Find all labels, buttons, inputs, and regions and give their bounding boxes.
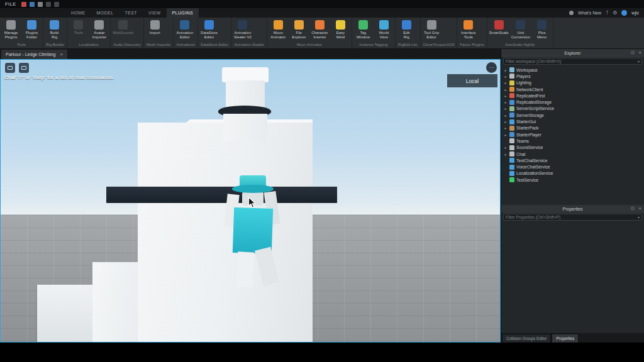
explorer-item-localizationservice[interactable]: LocalizationService xyxy=(501,170,644,177)
expand-arrow-icon[interactable]: ▸ xyxy=(504,87,508,92)
expand-arrow-icon[interactable]: ▸ xyxy=(504,80,508,85)
explorer-item-workspace[interactable]: ▸Workspace xyxy=(501,67,644,73)
ribbon-group-label: Mesh Importer xyxy=(144,42,174,48)
file-menu[interactable]: FILE xyxy=(3,1,18,7)
tab-properties[interactable]: Properties xyxy=(552,334,579,343)
animation-editor-button[interactable]: Animation Editor xyxy=(174,19,195,40)
explorer-filter-input[interactable]: Filter workspace (Ctrl+Shift+X) ▾ xyxy=(503,58,642,65)
play-icon[interactable] xyxy=(54,2,59,7)
plus-menu-button[interactable]: Plus Menu xyxy=(531,19,552,40)
build-rig-button[interactable]: Build Rig xyxy=(44,19,65,40)
gear-icon[interactable]: ⚙ xyxy=(613,11,617,16)
websounds-button[interactable]: WebSounds xyxy=(111,19,135,36)
redo-icon[interactable] xyxy=(46,2,51,7)
announcement-icon[interactable] xyxy=(569,11,574,15)
explorer-item-replicatedfirst[interactable]: ▸ReplicatedFirst xyxy=(501,92,644,99)
datastore-editor-button[interactable]: DataStore Editor xyxy=(199,19,219,40)
undo-icon[interactable] xyxy=(38,2,43,7)
expand-arrow-icon[interactable]: ▸ xyxy=(504,100,508,104)
explorer-item-startergui[interactable]: ▸StarterGui xyxy=(501,118,644,124)
file-explorer-icon xyxy=(294,20,304,30)
popout-icon[interactable]: ⊡ xyxy=(631,50,635,55)
expand-arrow-icon[interactable]: ▸ xyxy=(504,133,508,137)
expand-arrow-icon[interactable]: ▸ xyxy=(504,74,508,79)
smartscale-button[interactable]: SmartScale xyxy=(488,19,510,36)
explorer-item-replicatedstorage[interactable]: ▸ReplicatedStorage xyxy=(501,99,644,105)
item-label: SoundService xyxy=(516,145,543,150)
ribbon-group-rigedit: Edit Rig RigEdit Lite xyxy=(396,18,421,48)
chevron-down-icon[interactable]: ▾ xyxy=(638,215,640,219)
interface-tools-button[interactable]: Interface Tools xyxy=(458,19,479,40)
world-view-button[interactable]: World View xyxy=(374,19,394,40)
explorer-item-serverstorage[interactable]: ▸ServerStorage xyxy=(501,112,644,118)
animation-stealer-button[interactable]: Animation Stealer V2 xyxy=(232,19,253,40)
moon-animator-button[interactable]: Moon Animator xyxy=(268,19,289,40)
item-label: Workspace xyxy=(516,68,538,72)
close-icon[interactable]: × xyxy=(638,206,641,211)
instance-icon xyxy=(509,119,514,124)
game-viewport[interactable]: Chat '/?' or '/help' for a list of chat … xyxy=(0,59,501,343)
expand-arrow-icon[interactable]: ▸ xyxy=(504,152,508,156)
explorer-item-testservice[interactable]: TestService xyxy=(501,177,644,183)
instance-icon xyxy=(509,132,514,137)
expand-arrow-icon[interactable]: ▸ xyxy=(504,145,508,150)
ribbon-group-instance-tagging: Tag Window World View Instance Tagging xyxy=(352,18,396,48)
expand-arrow-icon[interactable]: ▸ xyxy=(504,94,508,98)
expand-arrow-icon[interactable]: ▸ xyxy=(504,113,508,118)
globe-icon xyxy=(379,20,389,30)
chat-edit-icon[interactable] xyxy=(19,63,29,73)
tab-view[interactable]: VIEW xyxy=(143,8,167,18)
tag-window-button[interactable]: Tag Window xyxy=(353,19,374,40)
expand-arrow-icon[interactable]: ▸ xyxy=(504,119,508,124)
tab-home[interactable]: HOME xyxy=(65,8,91,18)
chevron-down-icon[interactable]: ▾ xyxy=(638,59,640,63)
explorer-item-textchatservice[interactable]: TextChatService xyxy=(501,157,644,163)
properties-filter-input[interactable]: Filter Properties (Ctrl+Shift+P) ▾ xyxy=(503,214,642,221)
character-hat-brim xyxy=(232,185,274,193)
tab-plugins[interactable]: PLUGINS xyxy=(167,8,199,18)
plugins-folder-button[interactable]: Plugins Folder xyxy=(21,19,42,40)
expand-arrow-icon[interactable]: ▸ xyxy=(504,126,508,130)
explorer-item-players[interactable]: ▸Players xyxy=(501,73,644,79)
close-icon[interactable]: × xyxy=(638,50,641,55)
easy-weld-button[interactable]: Easy Weld xyxy=(330,19,351,40)
explorer-item-starterpack[interactable]: ▸StarterPack xyxy=(501,125,644,131)
tab-collision-groups-editor[interactable]: Collision Groups Editor xyxy=(502,334,551,343)
import-button[interactable]: Import xyxy=(145,19,165,36)
tab-test[interactable]: TEST xyxy=(119,8,143,18)
expand-arrow-icon[interactable]: ▸ xyxy=(504,68,508,72)
expand-arrow-icon[interactable]: ▸ xyxy=(504,106,508,111)
explorer-item-soundservice[interactable]: ▸SoundService xyxy=(501,145,644,151)
studio-icon xyxy=(21,2,26,7)
explorer-item-starterplayer[interactable]: ▸StarterPlayer xyxy=(501,131,644,138)
manage-plugins-button[interactable]: Manage Plugins xyxy=(1,19,21,40)
explorer-item-teams[interactable]: Teams xyxy=(501,138,644,144)
close-icon[interactable]: × xyxy=(60,52,63,57)
avatar-importer-button[interactable]: Avatar Importer xyxy=(89,19,109,40)
tools-button[interactable]: Tools xyxy=(68,19,89,36)
more-options-icon[interactable]: ⋯ xyxy=(486,62,497,73)
explorer-item-serverscriptservice[interactable]: ▸ServerScriptService xyxy=(501,106,644,112)
file-explorer-button[interactable]: File Explorer xyxy=(289,19,309,40)
whats-new-link[interactable]: What's New xyxy=(578,11,601,15)
explorer-item-voicechatservice[interactable]: VoiceChatService xyxy=(501,163,644,170)
share-icon[interactable]: ⤴ xyxy=(606,11,608,16)
user-avatar[interactable] xyxy=(621,10,627,16)
doc-tab-parkour[interactable]: Parkour - Ledge Climbing × xyxy=(1,50,67,59)
character-inserter-button[interactable]: Character Inserter xyxy=(309,19,330,40)
explorer-item-chat[interactable]: ▸Chat xyxy=(501,151,644,157)
properties-title: Properties xyxy=(563,207,583,211)
explorer-item-networkclient[interactable]: ▸NetworkClient xyxy=(501,86,644,92)
instance-icon xyxy=(509,126,514,131)
explorer-item-lighting[interactable]: ▸Lighting xyxy=(501,80,644,86)
tool-grip-editor-button[interactable]: Tool Grip Editor xyxy=(421,19,442,40)
ribbon-group-tools: Manage Plugins Plugins Folder Tools xyxy=(0,18,43,48)
chat-bubble-icon[interactable] xyxy=(5,63,15,73)
edit-rig-button[interactable]: Edit Rig xyxy=(396,19,417,40)
popout-icon[interactable]: ⊡ xyxy=(631,206,635,211)
tab-model[interactable]: MODEL xyxy=(91,8,119,18)
save-icon[interactable] xyxy=(30,2,35,7)
local-button[interactable]: Local xyxy=(447,74,497,87)
unit-conversion-button[interactable]: Unit Conversion xyxy=(510,19,531,40)
button-label: SmartScale xyxy=(489,31,509,35)
